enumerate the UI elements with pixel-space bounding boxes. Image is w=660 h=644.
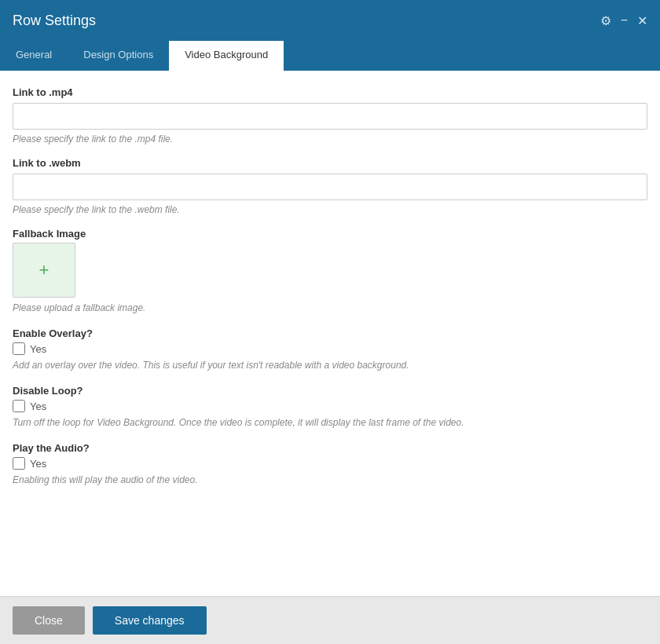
webm-label: Link to .webm bbox=[13, 157, 647, 169]
webm-field-group: Link to .webm Please specify the link to… bbox=[13, 157, 647, 215]
disable-loop-label: Disable Loop? bbox=[13, 385, 647, 397]
enable-overlay-label: Enable Overlay? bbox=[13, 327, 647, 339]
mp4-label: Link to .mp4 bbox=[13, 86, 647, 98]
tab-design-options[interactable]: Design Options bbox=[68, 41, 169, 71]
modal-body: Link to .mp4 Please specify the link to … bbox=[0, 71, 660, 596]
disable-loop-row: Yes bbox=[13, 400, 647, 412]
settings-icon[interactable]: ⚙ bbox=[600, 13, 611, 28]
play-audio-group: Play the Audio? Yes Enabling this will p… bbox=[13, 442, 647, 485]
enable-overlay-hint: Add an overlay over the video. This is u… bbox=[13, 360, 647, 371]
disable-loop-checkbox[interactable] bbox=[13, 400, 25, 412]
close-button[interactable]: Close bbox=[13, 606, 85, 635]
play-audio-row: Yes bbox=[13, 457, 647, 470]
modal-footer: Close Save changes bbox=[0, 596, 660, 644]
play-audio-label: Play the Audio? bbox=[13, 442, 647, 454]
fallback-image-hint: Please upload a fallback image. bbox=[13, 302, 647, 313]
mp4-input[interactable] bbox=[13, 103, 647, 130]
webm-hint: Please specify the link to the .webm fil… bbox=[13, 204, 647, 215]
tab-video-background[interactable]: Video Background bbox=[169, 41, 284, 71]
modal-title: Row Settings bbox=[13, 13, 96, 29]
fallback-plus-icon: + bbox=[39, 262, 50, 279]
close-icon[interactable]: ✕ bbox=[637, 13, 647, 28]
tab-general[interactable]: General bbox=[0, 41, 68, 71]
tab-bar: General Design Options Video Background bbox=[0, 41, 660, 71]
save-button[interactable]: Save changes bbox=[93, 606, 207, 635]
disable-loop-hint: Turn off the loop for Video Background. … bbox=[13, 417, 647, 428]
webm-input[interactable] bbox=[13, 174, 647, 200]
mp4-hint: Please specify the link to the .mp4 file… bbox=[13, 134, 647, 145]
enable-overlay-yes[interactable]: Yes bbox=[30, 343, 46, 355]
play-audio-hint: Enabling this will play the audio of the… bbox=[13, 474, 647, 485]
minimize-icon[interactable]: − bbox=[621, 13, 628, 27]
enable-overlay-group: Enable Overlay? Yes Add an overlay over … bbox=[13, 327, 647, 371]
play-audio-checkbox[interactable] bbox=[13, 457, 25, 470]
mp4-field-group: Link to .mp4 Please specify the link to … bbox=[13, 86, 647, 145]
header-controls: ⚙ − ✕ bbox=[600, 13, 647, 28]
disable-loop-yes[interactable]: Yes bbox=[30, 401, 46, 412]
fallback-image-upload[interactable]: + bbox=[13, 243, 75, 298]
modal-window: Row Settings ⚙ − ✕ General Design Option… bbox=[0, 0, 660, 644]
play-audio-yes[interactable]: Yes bbox=[30, 458, 46, 470]
disable-loop-group: Disable Loop? Yes Turn off the loop for … bbox=[13, 385, 647, 428]
modal-header: Row Settings ⚙ − ✕ bbox=[0, 0, 660, 41]
enable-overlay-checkbox[interactable] bbox=[13, 342, 25, 355]
fallback-image-group: Fallback Image + Please upload a fallbac… bbox=[13, 228, 647, 313]
enable-overlay-row: Yes bbox=[13, 342, 647, 355]
fallback-image-label: Fallback Image bbox=[13, 228, 647, 240]
